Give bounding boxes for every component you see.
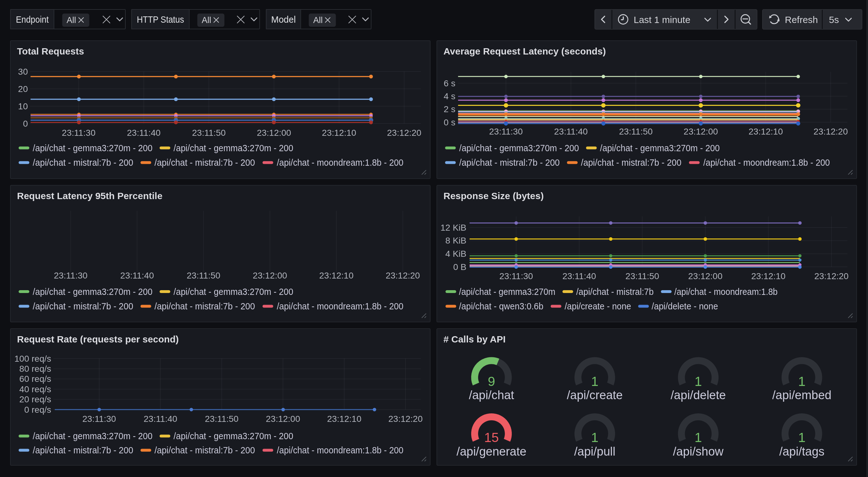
- svg-text:100 req/s: 100 req/s: [14, 354, 51, 364]
- svg-text:2 s: 2 s: [444, 104, 456, 114]
- svg-text:Last 1 minute: Last 1 minute: [634, 14, 690, 25]
- svg-text:1: 1: [694, 374, 702, 389]
- svg-text:23:12:20: 23:12:20: [387, 128, 422, 138]
- svg-text:/api/chat: /api/chat: [469, 388, 514, 402]
- svg-text:/api/chat - mistral:7b - 200: /api/chat - mistral:7b - 200: [581, 157, 682, 168]
- svg-text:/api/tags: /api/tags: [779, 445, 825, 458]
- svg-text:Response Size (bytes): Response Size (bytes): [443, 190, 544, 201]
- svg-text:Request Rate (requests per sec: Request Rate (requests per second): [17, 334, 179, 345]
- svg-text:23:12:00: 23:12:00: [266, 414, 300, 424]
- svg-text:23:11:50: 23:11:50: [192, 128, 226, 138]
- svg-text:/api/chat - gemma3:270m: /api/chat - gemma3:270m: [459, 287, 555, 297]
- svg-text:23:11:30: 23:11:30: [62, 128, 95, 138]
- svg-text:/api/chat - mistral:7b - 200: /api/chat - mistral:7b - 200: [459, 157, 560, 168]
- svg-text:All: All: [202, 15, 211, 25]
- svg-text:8 KiB: 8 KiB: [445, 236, 466, 245]
- svg-text:Endpoint: Endpoint: [16, 14, 49, 25]
- svg-text:/api/chat - qwen3:0.6b: /api/chat - qwen3:0.6b: [459, 301, 543, 311]
- svg-text:1: 1: [591, 430, 598, 445]
- svg-text:23:11:50: 23:11:50: [205, 414, 239, 424]
- svg-text:80 req/s: 80 req/s: [19, 364, 51, 374]
- svg-text:0 req/s: 0 req/s: [24, 405, 51, 415]
- svg-text:60 req/s: 60 req/s: [19, 374, 51, 384]
- svg-text:23:11:40: 23:11:40: [562, 271, 596, 281]
- svg-text:23:11:40: 23:11:40: [127, 128, 161, 138]
- svg-text:/api/chat - moondream:1.8b - 2: /api/chat - moondream:1.8b - 200: [277, 445, 403, 455]
- svg-text:23:11:50: 23:11:50: [187, 271, 220, 280]
- svg-text:12 KiB: 12 KiB: [441, 223, 467, 233]
- svg-text:/api/delete - none: /api/delete - none: [652, 301, 718, 311]
- svg-text:/api/chat - gemma3:270m - 200: /api/chat - gemma3:270m - 200: [33, 431, 152, 441]
- svg-text:9: 9: [488, 374, 495, 389]
- svg-text:4 KiB: 4 KiB: [445, 249, 466, 259]
- svg-text:23:12:10: 23:12:10: [749, 127, 783, 137]
- svg-text:/api/chat - mistral:7b - 200: /api/chat - mistral:7b - 200: [33, 445, 133, 455]
- svg-text:/api/chat - mistral:7b - 200: /api/chat - mistral:7b - 200: [155, 445, 255, 455]
- svg-text:Model: Model: [271, 14, 296, 25]
- svg-text:# Calls by API: # Calls by API: [443, 334, 505, 345]
- svg-text:1: 1: [798, 374, 805, 389]
- svg-text:/api/chat - mistral:7b - 200: /api/chat - mistral:7b - 200: [155, 301, 255, 311]
- svg-text:30: 30: [18, 67, 28, 77]
- svg-text:10: 10: [18, 101, 28, 111]
- svg-text:Average Request Latency (secon: Average Request Latency (seconds): [443, 46, 606, 56]
- svg-text:/api/create - none: /api/create - none: [565, 301, 631, 311]
- svg-text:20: 20: [18, 84, 28, 94]
- svg-text:23:12:10: 23:12:10: [751, 271, 785, 281]
- svg-text:23:12:10: 23:12:10: [319, 271, 354, 280]
- svg-text:/api/embed: /api/embed: [772, 388, 832, 402]
- svg-text:/api/delete: /api/delete: [671, 388, 726, 402]
- svg-text:23:11:40: 23:11:40: [554, 127, 588, 137]
- svg-text:/api/chat - mistral:7b - 200: /api/chat - mistral:7b - 200: [155, 157, 255, 168]
- svg-text:23:12:10: 23:12:10: [327, 414, 362, 424]
- svg-text:6 s: 6 s: [444, 79, 456, 88]
- svg-text:20 req/s: 20 req/s: [19, 394, 51, 404]
- svg-text:23:11:40: 23:11:40: [120, 271, 154, 280]
- svg-text:23:11:50: 23:11:50: [619, 127, 653, 137]
- svg-text:0: 0: [23, 119, 28, 128]
- svg-text:/api/chat - gemma3:270m - 200: /api/chat - gemma3:270m - 200: [33, 287, 152, 297]
- svg-text:/api/chat - gemma3:270m - 200: /api/chat - gemma3:270m - 200: [174, 287, 293, 297]
- svg-text:/api/chat - mistral:7b - 200: /api/chat - mistral:7b - 200: [33, 301, 133, 311]
- svg-text:23:11:30: 23:11:30: [83, 414, 116, 424]
- svg-text:23:12:20: 23:12:20: [814, 271, 848, 281]
- svg-text:/api/chat - moondream:1.8b - 2: /api/chat - moondream:1.8b - 200: [277, 157, 403, 168]
- svg-text:Request Latency 95th Percentil: Request Latency 95th Percentile: [17, 190, 162, 201]
- svg-text:/api/chat - moondream:1.8b - 2: /api/chat - moondream:1.8b - 200: [703, 157, 830, 168]
- svg-text:23:11:30: 23:11:30: [499, 271, 533, 281]
- svg-text:/api/show: /api/show: [673, 445, 724, 458]
- svg-text:15: 15: [484, 430, 499, 445]
- svg-text:23:11:30: 23:11:30: [54, 271, 88, 280]
- svg-text:/api/create: /api/create: [567, 388, 623, 402]
- svg-text:/api/chat - moondream:1.8b - 2: /api/chat - moondream:1.8b - 200: [277, 301, 403, 311]
- svg-text:23:12:20: 23:12:20: [385, 271, 420, 280]
- svg-text:/api/chat - moondream:1.8b: /api/chat - moondream:1.8b: [674, 287, 778, 297]
- svg-text:Total Requests: Total Requests: [17, 46, 84, 56]
- svg-text:/api/chat - mistral:7b - 200: /api/chat - mistral:7b - 200: [33, 157, 133, 168]
- svg-text:/api/chat - gemma3:270m - 200: /api/chat - gemma3:270m - 200: [33, 143, 152, 153]
- svg-text:0 s: 0 s: [444, 118, 456, 127]
- svg-text:/api/chat - gemma3:270m - 200: /api/chat - gemma3:270m - 200: [174, 431, 293, 441]
- svg-text:HTTP Status: HTTP Status: [137, 14, 184, 25]
- svg-text:1: 1: [694, 430, 702, 445]
- svg-text:All: All: [313, 15, 322, 25]
- svg-text:1: 1: [591, 374, 598, 389]
- svg-text:23:12:00: 23:12:00: [257, 128, 291, 138]
- svg-text:/api/pull: /api/pull: [574, 445, 615, 458]
- svg-text:4 s: 4 s: [444, 91, 456, 101]
- svg-text:/api/chat - gemma3:270m - 200: /api/chat - gemma3:270m - 200: [459, 143, 579, 153]
- svg-text:/api/chat - gemma3:270m - 200: /api/chat - gemma3:270m - 200: [174, 143, 293, 153]
- svg-text:23:11:30: 23:11:30: [489, 127, 523, 137]
- svg-text:23:11:50: 23:11:50: [625, 271, 659, 281]
- svg-text:23:12:00: 23:12:00: [684, 127, 718, 137]
- svg-text:All: All: [67, 15, 76, 25]
- svg-text:23:12:10: 23:12:10: [322, 128, 356, 138]
- svg-text:40 req/s: 40 req/s: [19, 384, 51, 394]
- svg-text:23:12:00: 23:12:00: [688, 271, 722, 281]
- svg-text:Refresh: Refresh: [785, 14, 818, 25]
- svg-text:1: 1: [798, 430, 805, 445]
- svg-text:/api/chat - gemma3:270m - 200: /api/chat - gemma3:270m - 200: [600, 143, 720, 153]
- svg-text:0 B: 0 B: [453, 262, 466, 272]
- svg-text:/api/chat - mistral:7b: /api/chat - mistral:7b: [576, 287, 654, 297]
- svg-text:23:12:20: 23:12:20: [813, 127, 848, 137]
